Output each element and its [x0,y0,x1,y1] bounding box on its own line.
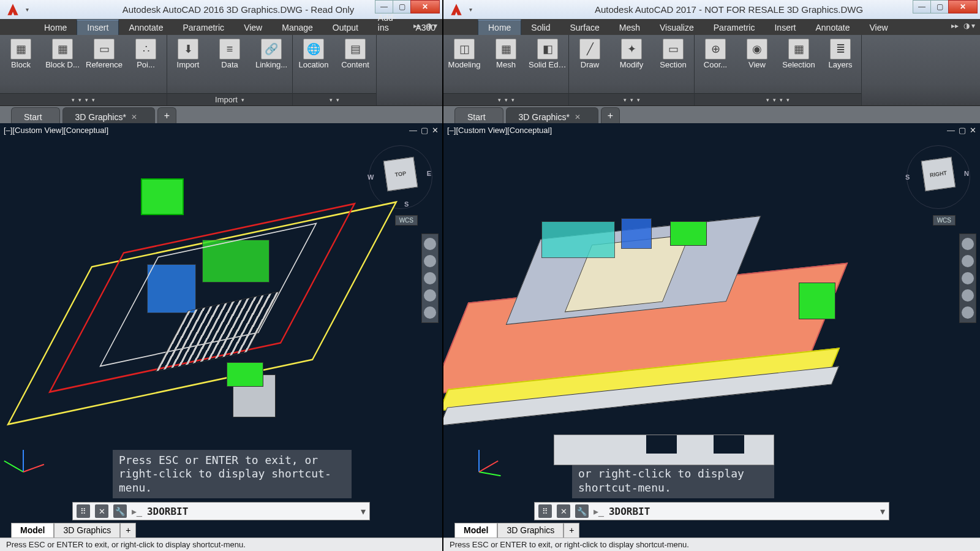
modeling-button[interactable]: ◫Modeling [443,35,485,93]
ucs-icon[interactable] [468,441,511,484]
close-icon[interactable]: ✕ [131,113,137,121]
viewport-close-icon[interactable]: ✕ [970,126,976,135]
cmd-options-icon[interactable]: 🔧 [113,504,127,518]
cmd-options-icon[interactable]: 🔧 [575,504,589,518]
minimize-button[interactable]: — [913,0,931,13]
ribbon-tab-view[interactable]: View [234,20,272,35]
pan-icon[interactable] [962,255,974,267]
command-line[interactable]: ⠿ ✕ 🔧 ▸_ 3DORBIT ▾ [534,502,889,520]
viewport[interactable]: [–][Custom View][Conceptual] — ▢ ✕ RIGHT… [443,123,980,551]
compass-s[interactable]: S [905,173,910,181]
wcs-badge[interactable]: WCS [395,215,418,226]
location-button[interactable]: 🌐Location [293,35,334,93]
nav-bar[interactable] [959,234,976,323]
pan-icon[interactable] [424,255,436,267]
viewport-close-icon[interactable]: ✕ [432,126,439,135]
ribbon-tab-mesh[interactable]: Mesh [609,20,650,35]
ribbon-cycle-icon[interactable]: ▸▸ [413,21,421,30]
layers-button[interactable]: ≣Layers [820,35,861,93]
command-line[interactable]: ⠿ ✕ 🔧 ▸_ 3DORBIT ▾ [72,502,370,520]
nav-bar[interactable] [421,234,439,323]
titlebar[interactable]: ▾ Autodesk AutoCAD 2017 - NOT FOR RESALE… [443,0,980,19]
orbit-icon[interactable] [424,289,436,302]
ribbon-tab-annotate[interactable]: Annotate [805,20,859,35]
ribbon-cycle-icon[interactable]: ▸▸ [951,21,959,30]
viewport-maximize-icon[interactable]: ▢ [959,126,966,135]
ribbon-tab-manage[interactable]: Manage [272,20,323,35]
ribbon-tab-parametric[interactable]: Parametric [173,20,234,35]
new-tab-button[interactable]: + [601,107,620,123]
app-menu-arrow-icon[interactable]: ▾ [469,6,478,13]
ribbon-tab-view[interactable]: View [860,20,898,35]
solid-editing-button[interactable]: ◧Solid Edi... [527,35,568,93]
cmd-customize-icon[interactable]: ⠿ [77,504,90,518]
section-button[interactable]: ▭Section [652,35,694,93]
ribbon-tab-solid[interactable]: Solid [521,20,560,35]
cmd-customize-icon[interactable]: ⠿ [538,504,552,518]
ribbon-tab-insert[interactable]: Insert [764,20,805,35]
draw-button[interactable]: ╱Draw [569,35,611,93]
ribbon-tab-home[interactable]: Home [34,20,77,35]
new-tab-button[interactable]: + [157,107,176,123]
viewport-label[interactable]: [–][Custom View][Conceptual] [4,126,108,135]
view-button[interactable]: ◉View [736,35,778,93]
layout-tab-model[interactable]: Model [11,523,54,538]
compass-w[interactable]: W [368,173,374,181]
file-tab-3dgraphics[interactable]: 3D Graphics*✕ [506,107,598,123]
layout-tab-3dgraphics[interactable]: 3D Graphics [54,523,120,538]
file-tab-start[interactable]: Start [454,107,503,123]
app-menu-icon[interactable] [0,0,26,19]
wcs-badge[interactable]: WCS [933,215,956,226]
viewport[interactable]: [–][Custom View][Conceptual] — ▢ ✕ TOP W… [0,123,442,551]
cmd-history-icon[interactable]: ▾ [361,506,366,517]
app-menu-icon[interactable] [443,0,469,19]
maximize-button[interactable]: ▢ [930,0,949,13]
data-button[interactable]: ≡Data [209,35,251,93]
close-button[interactable]: ✕ [948,0,978,13]
ucs-icon[interactable] [12,441,55,484]
point-cloud-button[interactable]: ∴Poi... [125,35,167,93]
viewcube[interactable]: TOP W E S [376,153,425,202]
ribbon-tab-parametric[interactable]: Parametric [704,20,765,35]
layout-tab-model[interactable]: Model [454,523,497,538]
layout-tab-3dgraphics[interactable]: 3D Graphics [497,523,564,538]
panel-title-import[interactable]: Import▾ [167,93,292,105]
coordinates-button[interactable]: ⊕Coor... [695,35,736,93]
cmd-close-icon[interactable]: ✕ [557,504,570,518]
content-button[interactable]: ▤Content [334,35,376,93]
viewport-minimize-icon[interactable]: — [947,126,955,135]
zoom-icon[interactable] [962,272,974,284]
compass-s[interactable]: S [404,200,409,208]
ribbon-toggle-icon[interactable]: ◑ ▾ [426,21,437,30]
steering-wheel-icon[interactable] [962,238,974,250]
viewport-label[interactable]: [–][Custom View][Conceptual] [447,126,552,135]
ribbon-tab-addins[interactable]: Add-ins [368,10,406,35]
block-button[interactable]: ▦Block [0,35,42,93]
panel-drop-icon[interactable]: ▾ [72,97,75,103]
ribbon-toggle-icon[interactable]: ◑ ▾ [963,21,975,30]
linking-button[interactable]: 🔗Linking... [251,35,292,93]
ribbon-tab-home[interactable]: Home [478,20,521,35]
selection-button[interactable]: ▦Selection [778,35,820,93]
block-def-button[interactable]: ▦Block D... [42,35,83,93]
import-button[interactable]: ⬇Import [167,35,209,93]
layout-add-button[interactable]: + [120,523,136,538]
steering-wheel-icon[interactable] [424,238,436,250]
showmotion-icon[interactable] [962,306,974,319]
modify-button[interactable]: ✦Modify [611,35,652,93]
ribbon-tab-visualize[interactable]: Visualize [650,20,704,35]
showmotion-icon[interactable] [424,306,436,319]
viewport-maximize-icon[interactable]: ▢ [421,126,428,135]
cmd-close-icon[interactable]: ✕ [95,504,108,518]
file-tab-start[interactable]: Start [11,107,60,123]
close-button[interactable]: ✕ [410,0,440,13]
compass-e[interactable]: E [427,170,431,177]
zoom-icon[interactable] [424,272,436,284]
orbit-icon[interactable] [962,289,974,302]
cmd-history-icon[interactable]: ▾ [880,506,885,517]
ribbon-tab-surface[interactable]: Surface [560,20,609,35]
viewport-minimize-icon[interactable]: — [409,126,417,135]
ribbon-tab-annotate[interactable]: Annotate [119,20,173,35]
close-icon[interactable]: ✕ [575,113,581,121]
viewcube[interactable]: RIGHT S N [914,153,963,202]
